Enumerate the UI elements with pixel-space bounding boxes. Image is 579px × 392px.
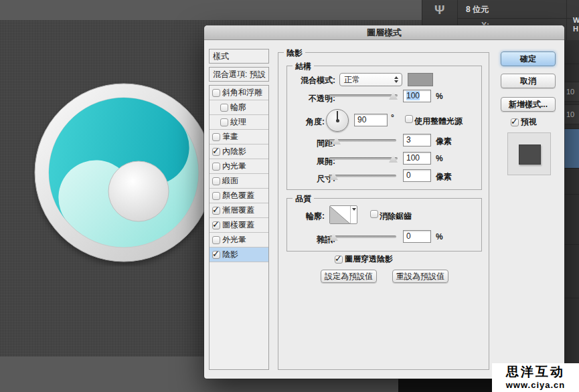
sidebar-item-satin[interactable]: 緞面 xyxy=(210,174,268,189)
field-value: 100 xyxy=(406,153,420,163)
global-light-checkbox[interactable] xyxy=(405,115,413,123)
slider-track[interactable] xyxy=(329,94,398,97)
spread-label: 展開: xyxy=(287,156,335,167)
sidebar-item-inner-shadow[interactable]: 內陰影 xyxy=(210,144,268,159)
spread-unit: % xyxy=(436,154,443,163)
checkbox-icon[interactable] xyxy=(212,236,220,244)
sidebar-item-bevel-emboss[interactable]: 斜角和浮雕 xyxy=(210,86,268,100)
slider-track[interactable] xyxy=(329,235,396,238)
blend-mode-select[interactable]: 正常 xyxy=(339,73,402,86)
panel-value-row[interactable]: 10 xyxy=(564,104,579,124)
preview-label: 預視 xyxy=(521,116,537,128)
sidebar-item-contour[interactable]: 輪廓 xyxy=(210,100,268,115)
sidebar-item-inner-glow[interactable]: 內光暈 xyxy=(210,159,268,174)
blend-mode-value: 正常 xyxy=(340,74,392,86)
preview-checkbox[interactable] xyxy=(511,118,519,126)
slider-track[interactable] xyxy=(329,175,396,177)
color-sampler-icon: Ψ xyxy=(434,3,444,17)
knockout-label: 圖層穿透陰影 xyxy=(345,254,393,265)
checkbox-icon[interactable] xyxy=(212,192,220,200)
noise-slider[interactable] xyxy=(329,232,396,241)
checkbox-icon[interactable] xyxy=(212,148,220,156)
noise-unit: % xyxy=(436,232,443,241)
info-h-label: H xyxy=(573,25,578,33)
distance-label: 間距: xyxy=(287,138,335,149)
sidebar-item-gradient-overlay[interactable]: 漸層覆蓋 xyxy=(210,203,268,218)
angle-label: 角度: xyxy=(287,116,325,128)
knockout-checkbox[interactable] xyxy=(335,256,343,264)
field-value: 90 xyxy=(357,115,366,124)
blend-mode-label: 混合模式: xyxy=(287,75,335,86)
checkbox-icon[interactable] xyxy=(212,177,220,185)
dial-hub-icon xyxy=(336,119,339,122)
size-label: 尺寸: xyxy=(287,173,335,185)
checkbox-icon[interactable] xyxy=(212,207,220,215)
shadow-color-swatch[interactable] xyxy=(408,73,433,86)
antialias-label: 消除鋸齒 xyxy=(380,211,412,222)
checkbox-icon[interactable] xyxy=(212,251,220,259)
opacity-label: 不透明: xyxy=(287,93,335,104)
spread-field[interactable]: 100 xyxy=(403,152,431,165)
watermark-brand: 思洋互动 xyxy=(492,364,579,380)
opacity-slider[interactable] xyxy=(329,91,398,100)
sidebar-item-styles[interactable]: 樣式 xyxy=(209,49,269,64)
distance-field[interactable]: 3 xyxy=(403,134,431,146)
angle-unit: ° xyxy=(391,113,394,122)
group-title: 陰影 xyxy=(284,47,305,59)
sidebar-item-texture[interactable]: 紋理 xyxy=(210,115,268,130)
distance-slider[interactable] xyxy=(329,136,396,145)
checkbox-icon[interactable] xyxy=(212,221,220,229)
panel-divider xyxy=(566,0,567,40)
field-value: 0 xyxy=(406,171,411,180)
noise-label: 雜訊: xyxy=(287,234,335,246)
info-w-label: W xyxy=(573,16,579,24)
sidebar-item-blending-options[interactable]: 混合選項: 預設 xyxy=(209,67,269,82)
size-slider[interactable] xyxy=(329,171,396,181)
sidebar-item-color-overlay[interactable]: 顏色覆蓋 xyxy=(210,189,268,203)
global-light-label: 使用整體光源 xyxy=(414,116,463,127)
size-unit: 像素 xyxy=(436,171,452,183)
make-default-button[interactable]: 設定為預設值 xyxy=(321,270,377,283)
checkbox-icon[interactable] xyxy=(212,163,220,171)
sidebar-item-pattern-overlay[interactable]: 圖樣覆蓋 xyxy=(210,218,268,233)
spread-slider[interactable] xyxy=(329,154,398,163)
distance-unit: 像素 xyxy=(436,136,452,147)
reset-default-button[interactable]: 重設為預設值 xyxy=(392,270,448,283)
checkbox-icon[interactable] xyxy=(212,133,220,141)
size-field[interactable]: 0 xyxy=(403,169,431,182)
angle-field[interactable]: 90 xyxy=(354,114,388,126)
contour-picker[interactable] xyxy=(329,205,357,224)
opacity-field[interactable]: 100 xyxy=(403,90,431,102)
checkbox-icon[interactable] xyxy=(212,89,220,97)
angle-dial[interactable] xyxy=(326,109,349,132)
slider-track[interactable] xyxy=(329,139,396,142)
watermark: 思洋互动 www.ciya.cn xyxy=(492,363,579,392)
quality-group: 品質 輪廓: 消除鋸齒 雜訊: 0 % xyxy=(286,198,482,252)
ok-button[interactable]: 確定 xyxy=(501,52,556,66)
group-title: 品質 xyxy=(293,193,314,205)
slider-track[interactable] xyxy=(329,157,398,160)
noise-field[interactable]: 0 xyxy=(403,230,431,243)
antialias-checkbox[interactable] xyxy=(370,210,378,218)
panel-value-row[interactable]: 10 xyxy=(564,82,579,102)
effects-list: 斜角和浮雕 輪廓 紋理 筆畫 內陰影 內光暈 緞面 顏色覆蓋 漸層覆蓋 圖樣覆蓋… xyxy=(209,85,269,370)
layer-style-dialog: 圖層樣式 樣式 混合選項: 預設 斜角和浮雕 輪廓 紋理 筆畫 內陰影 內光暈 … xyxy=(204,25,564,379)
dialog-title[interactable]: 圖層樣式 xyxy=(204,25,564,40)
drop-shadow-group: 陰影 結構 混合模式: 正常 不透明: 100 xyxy=(278,52,489,370)
bit-depth-label: 8 位元 xyxy=(466,4,489,15)
cancel-button[interactable]: 取消 xyxy=(501,74,556,88)
opacity-unit: % xyxy=(436,92,443,101)
sidebar-item-stroke[interactable]: 筆畫 xyxy=(210,130,268,144)
watermark-url: www.ciya.cn xyxy=(492,380,579,390)
chevron-updown-icon xyxy=(392,76,400,83)
checkbox-icon[interactable] xyxy=(220,104,228,112)
sidebar-item-outer-glow[interactable]: 外光暈 xyxy=(210,233,268,248)
field-value: 3 xyxy=(406,135,411,144)
group-title: 結構 xyxy=(293,61,314,72)
new-style-button[interactable]: 新增樣式... xyxy=(501,97,556,112)
layers-panel-sliver: 10 10 xyxy=(564,37,579,392)
contour-thumbnail-icon xyxy=(330,206,350,223)
selected-layer-row[interactable] xyxy=(564,128,579,169)
sidebar-item-drop-shadow[interactable]: 陰影 xyxy=(210,248,268,262)
checkbox-icon[interactable] xyxy=(220,118,228,126)
